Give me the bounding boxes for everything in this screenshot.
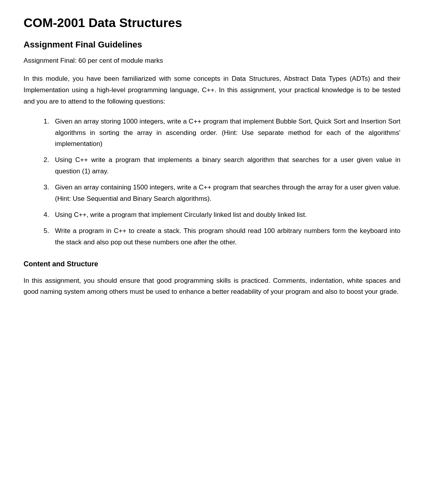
questions-list: Given an array storing 1000 integers, wr… (24, 116, 400, 248)
question-item-4: Using C++, write a program that implemen… (51, 209, 400, 221)
assignment-subtitle: Assignment Final: 60 per cent of module … (24, 57, 400, 65)
content-structure-heading: Content and Structure (24, 260, 400, 268)
question-item-5: Write a program in C++ to create a stack… (51, 226, 400, 248)
question-item-1: Given an array storing 1000 integers, wr… (51, 116, 400, 150)
page-title: COM-2001 Data Structures (24, 16, 400, 30)
assignment-section-heading: Assignment Final Guidelines (24, 40, 400, 50)
question-item-3: Given an array containing 1500 integers,… (51, 182, 400, 205)
content-paragraph: In this assignment, you should ensure th… (24, 275, 400, 298)
intro-paragraph: In this module, you have been familiariz… (24, 73, 400, 107)
question-item-2: Using C++ write a program that implement… (51, 155, 400, 177)
